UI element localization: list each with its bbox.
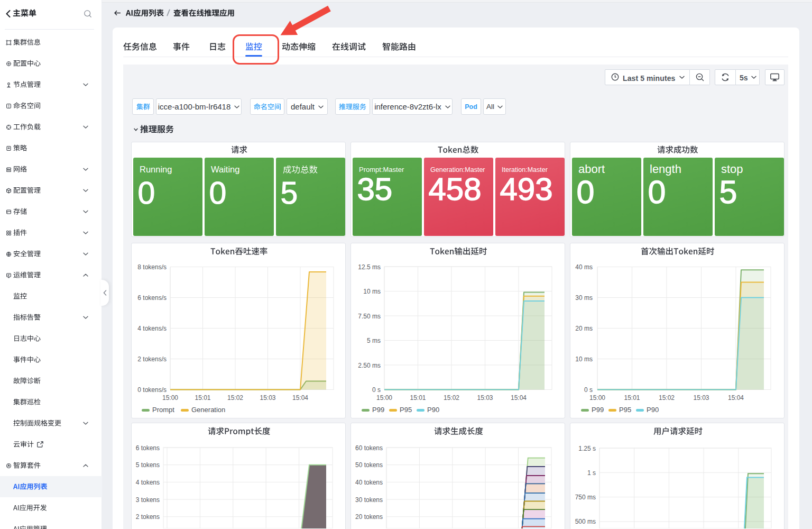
svg-text:500 ms: 500 ms — [575, 518, 596, 525]
svg-text:750 ms: 750 ms — [575, 494, 596, 501]
svg-text:0 s: 0 s — [372, 386, 381, 394]
svg-text:20 ms: 20 ms — [575, 325, 593, 332]
svg-text:50 tokens: 50 tokens — [355, 461, 383, 469]
svg-text:0 s: 0 s — [584, 386, 593, 394]
svg-text:6 tokens/s: 6 tokens/s — [137, 294, 167, 302]
svg-text:60 tokens: 60 tokens — [355, 444, 383, 452]
svg-text:15:03: 15:03 — [477, 394, 493, 402]
svg-text:15:00: 15:00 — [162, 394, 178, 402]
svg-text:20 tokens: 20 tokens — [355, 513, 383, 521]
svg-text:0 tokens/s: 0 tokens/s — [137, 386, 167, 394]
svg-text:7.50 ms: 7.50 ms — [358, 313, 381, 320]
svg-text:10 ms: 10 ms — [363, 288, 381, 295]
svg-text:2.50 ms: 2.50 ms — [358, 362, 381, 369]
svg-text:30 ms: 30 ms — [575, 294, 593, 302]
svg-text:15:02: 15:02 — [227, 394, 243, 402]
svg-text:15:01: 15:01 — [624, 394, 640, 402]
svg-text:15:04: 15:04 — [511, 394, 527, 402]
svg-text:3 tokens: 3 tokens — [136, 496, 160, 504]
svg-text:15:03: 15:03 — [260, 394, 275, 402]
svg-text:4 tokens: 4 tokens — [136, 479, 160, 486]
svg-text:2 tokens: 2 tokens — [136, 513, 160, 521]
svg-text:30 tokens: 30 tokens — [355, 496, 383, 504]
svg-text:15:04: 15:04 — [728, 394, 744, 402]
svg-text:1 s: 1 s — [587, 469, 596, 477]
svg-text:12.5 ms: 12.5 ms — [358, 263, 381, 271]
svg-text:40 ms: 40 ms — [575, 263, 593, 271]
svg-text:5 ms: 5 ms — [367, 337, 381, 344]
svg-text:15:01: 15:01 — [410, 394, 426, 402]
svg-text:6 tokens: 6 tokens — [136, 444, 160, 452]
svg-text:2 tokens/s: 2 tokens/s — [137, 355, 167, 363]
svg-text:15:00: 15:00 — [589, 394, 605, 402]
svg-text:40 tokens: 40 tokens — [355, 479, 383, 486]
svg-text:10 ms: 10 ms — [575, 355, 593, 363]
svg-text:1.25 s: 1.25 s — [578, 445, 596, 452]
svg-text:15:02: 15:02 — [659, 394, 675, 402]
svg-text:8 tokens/s: 8 tokens/s — [137, 263, 167, 271]
svg-text:5 tokens: 5 tokens — [136, 461, 160, 469]
svg-text:4 tokens/s: 4 tokens/s — [137, 325, 167, 332]
svg-text:15:03: 15:03 — [693, 394, 709, 402]
svg-text:15:00: 15:00 — [376, 394, 392, 402]
svg-text:15:02: 15:02 — [444, 394, 459, 402]
svg-text:15:01: 15:01 — [195, 394, 210, 402]
svg-text:15:04: 15:04 — [292, 394, 308, 402]
